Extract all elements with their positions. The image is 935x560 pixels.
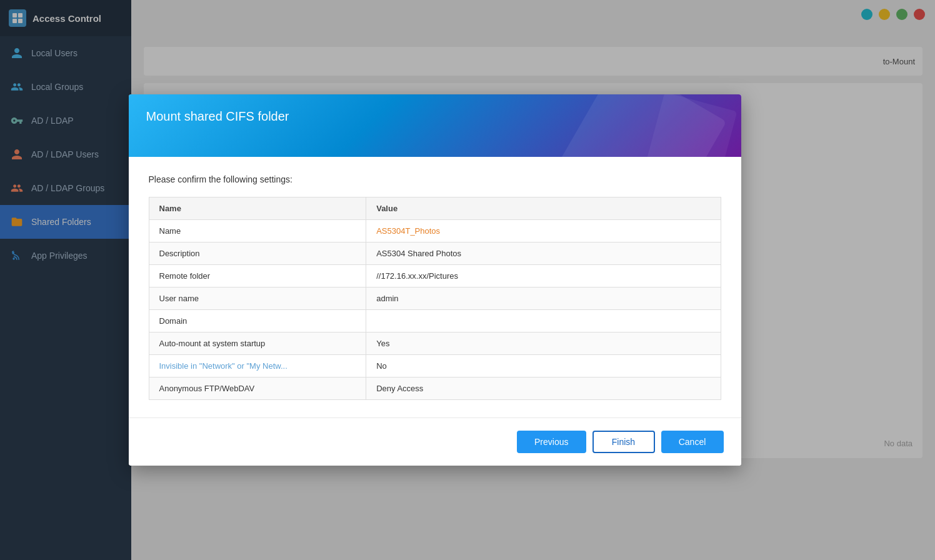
setting-value: admin xyxy=(366,288,721,310)
setting-value: AS5304T_Photos xyxy=(366,220,721,242)
setting-name: Auto-mount at system startup xyxy=(149,332,366,355)
setting-name: Remote folder xyxy=(149,265,366,288)
setting-value xyxy=(366,310,721,332)
setting-value: AS5304 Shared Photos xyxy=(366,242,721,265)
setting-name: Domain xyxy=(149,310,366,332)
table-row: User nameadmin xyxy=(149,288,721,310)
setting-value: Deny Access xyxy=(366,378,721,400)
setting-name: Name xyxy=(149,220,366,242)
table-row: Invisible in "Network" or "My Netw...No xyxy=(149,355,721,378)
table-row: Domain xyxy=(149,310,721,332)
table-row: NameAS5304T_Photos xyxy=(149,220,721,242)
setting-name: Invisible in "Network" or "My Netw... xyxy=(149,355,366,378)
modal-body: Please confirm the following settings: N… xyxy=(129,157,741,418)
modal-dialog: Mount shared CIFS folder Please confirm … xyxy=(129,94,741,466)
setting-name: Anonymous FTP/WebDAV xyxy=(149,378,366,400)
confirm-text: Please confirm the following settings: xyxy=(149,174,721,184)
modal-title: Mount shared CIFS folder xyxy=(146,109,289,124)
finish-button[interactable]: Finish xyxy=(592,431,655,453)
previous-button[interactable]: Previous xyxy=(517,431,586,453)
table-row: DescriptionAS5304 Shared Photos xyxy=(149,242,721,265)
setting-name: User name xyxy=(149,288,366,310)
setting-name: Description xyxy=(149,242,366,265)
cancel-button[interactable]: Cancel xyxy=(661,431,724,453)
setting-value: //172.16.xx.xx/Pictures xyxy=(366,265,721,288)
table-row: Anonymous FTP/WebDAVDeny Access xyxy=(149,378,721,400)
setting-value: No xyxy=(366,355,721,378)
col-header-name: Name xyxy=(149,198,366,220)
table-row: Auto-mount at system startupYes xyxy=(149,332,721,355)
table-row: Remote folder//172.16.xx.xx/Pictures xyxy=(149,265,721,288)
setting-value: Yes xyxy=(366,332,721,355)
col-header-value: Value xyxy=(366,198,721,220)
modal-header: Mount shared CIFS folder xyxy=(129,94,741,157)
settings-table: Name Value NameAS5304T_PhotosDescription… xyxy=(149,197,721,400)
modal-footer: Previous Finish Cancel xyxy=(129,418,741,466)
modal-overlay: Mount shared CIFS folder Please confirm … xyxy=(0,0,935,560)
